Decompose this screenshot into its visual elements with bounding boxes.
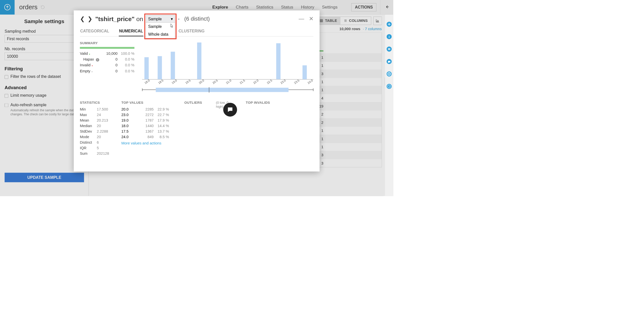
- scope-select-wrapper: Sample ▾ Sample Whole data: [146, 15, 175, 23]
- summary-row: Invalid ●00.0 %: [80, 62, 135, 68]
- filtering-heading: Filtering: [5, 66, 84, 72]
- minimize-button[interactable]: —: [299, 16, 304, 22]
- scope-select[interactable]: Sample ▾: [146, 15, 175, 23]
- caret-down-icon: ▾: [171, 17, 173, 21]
- sampling-method-label: Sampling method: [5, 29, 84, 34]
- right-rail: i: [385, 15, 393, 196]
- add-icon[interactable]: [386, 21, 392, 27]
- stat-row: Distinct6: [80, 140, 111, 145]
- nav-explore[interactable]: Explore: [212, 5, 228, 10]
- globe-icon[interactable]: [386, 71, 392, 77]
- stat-row: Mean20.213: [80, 118, 111, 123]
- next-column-button[interactable]: ❯: [88, 16, 93, 21]
- limit-memory-label: Limit memory usage: [11, 93, 47, 98]
- histogram-bar[interactable]: [171, 52, 175, 79]
- sampling-method-select[interactable]: [5, 35, 84, 43]
- view-table-button[interactable]: TABLE: [316, 17, 340, 25]
- list-icon[interactable]: [386, 46, 392, 52]
- close-button[interactable]: ✕: [309, 16, 313, 22]
- outliers-heading: OUTLIERS: [184, 101, 202, 105]
- auto-refresh-hint: Automatically refresh the sample when th…: [11, 108, 84, 117]
- stat-row: Min17.500: [80, 106, 111, 112]
- summary-row: Valid ●10,000100.0 %: [80, 51, 135, 57]
- summary-heading: SUMMARY: [80, 41, 135, 45]
- chat-rail-icon[interactable]: [386, 59, 392, 64]
- summary-row: Empty ●00.0 %: [80, 68, 135, 74]
- auto-refresh-checkbox[interactable]: [5, 103, 8, 107]
- nb-records-label: Nb. records: [5, 46, 84, 51]
- prev-column-button[interactable]: ❮: [80, 16, 85, 21]
- chart-toolbar-button[interactable]: [373, 17, 382, 25]
- top-nav: Explore Charts Statistics Status History…: [212, 3, 376, 11]
- svg-rect-10: [320, 19, 323, 22]
- top-value-row: 24.08498.5 %: [121, 134, 174, 140]
- nav-statistics[interactable]: Statistics: [256, 5, 273, 10]
- update-sample-button[interactable]: UPDATE SAMPLE: [5, 173, 84, 182]
- filter-rows-label: Filter the rows of the dataset: [11, 74, 61, 79]
- stat-row: IQR5: [80, 145, 111, 151]
- summary-row: Hapax i00.0 %: [80, 57, 135, 62]
- histogram-bar[interactable]: [276, 43, 280, 79]
- view-columns-button[interactable]: COLUMNS: [340, 17, 371, 25]
- svg-text:i: i: [389, 35, 390, 39]
- nav-charts[interactable]: Charts: [236, 5, 248, 10]
- histogram-bar[interactable]: [157, 56, 162, 79]
- limit-memory-checkbox[interactable]: [5, 94, 8, 98]
- stat-row: StdDev2.2288: [80, 129, 111, 134]
- histogram: 18.018.519.019.520.020.521.021.522.022.5…: [142, 41, 313, 93]
- tab-categorical[interactable]: CATEGORICAL: [80, 27, 110, 36]
- top-value-row: 18.0144014.4 %: [121, 123, 174, 129]
- tab-numerical[interactable]: NUMERICAL: [119, 27, 143, 36]
- top-value-row: 20.0228522.9 %: [121, 106, 174, 112]
- top-value-row: 23.0227222.7 %: [121, 112, 174, 118]
- column-analysis-modal: ❮ ❯ "tshirt_price" on Sample ▾ Sample Wh…: [74, 11, 319, 172]
- histogram-bar[interactable]: [144, 57, 149, 79]
- view-toggle: TABLE COLUMNS: [316, 17, 371, 25]
- stat-row: Max24: [80, 112, 111, 118]
- more-values-link[interactable]: More values and actions: [121, 141, 161, 145]
- sample-settings-title: Sample settings: [5, 18, 84, 24]
- columns-count-link[interactable]: · 7 columns: [362, 27, 382, 31]
- clock-icon[interactable]: [386, 84, 392, 89]
- scope-option-whole[interactable]: Whole data: [146, 30, 175, 38]
- statistics-heading: STATISTICS: [80, 101, 111, 105]
- cursor-icon: [170, 23, 174, 29]
- distinct-label: (6 distinct): [184, 16, 210, 22]
- actions-button[interactable]: ACTIONS: [351, 3, 377, 11]
- nav-status[interactable]: Status: [281, 5, 293, 10]
- stat-row: Sum202128: [80, 151, 111, 156]
- app-logo[interactable]: [0, 0, 15, 15]
- stat-row: Mode20: [80, 134, 111, 140]
- validity-bar: [80, 47, 135, 49]
- auto-refresh-label: Auto-refresh sample: [11, 102, 47, 107]
- back-arrow-icon[interactable]: [385, 4, 390, 10]
- histogram-bar[interactable]: [303, 65, 307, 79]
- top-values-heading: TOP VALUES: [121, 101, 174, 105]
- advanced-heading: Advanced: [5, 85, 84, 90]
- nb-records-input[interactable]: [5, 52, 84, 60]
- range-slider[interactable]: [142, 87, 313, 93]
- refresh-icon[interactable]: [41, 5, 45, 9]
- nav-history[interactable]: History: [301, 5, 314, 10]
- info-icon[interactable]: i: [386, 34, 392, 39]
- top-value-row: 19.0178717.9 %: [121, 118, 174, 123]
- modal-title: "tshirt_price" on: [95, 15, 143, 22]
- dataset-name: orders: [19, 4, 37, 11]
- nav-settings[interactable]: Settings: [322, 5, 338, 10]
- histogram-bar[interactable]: [197, 42, 201, 79]
- filter-rows-checkbox[interactable]: [5, 75, 8, 79]
- top-invalids-heading: TOP INVALIDS: [246, 101, 273, 105]
- top-value-row: 17.5136713.7 %: [121, 129, 174, 134]
- stat-row: Median20: [80, 123, 111, 129]
- tab-clustering[interactable]: CLUSTERING: [178, 27, 205, 36]
- divider: [380, 0, 380, 15]
